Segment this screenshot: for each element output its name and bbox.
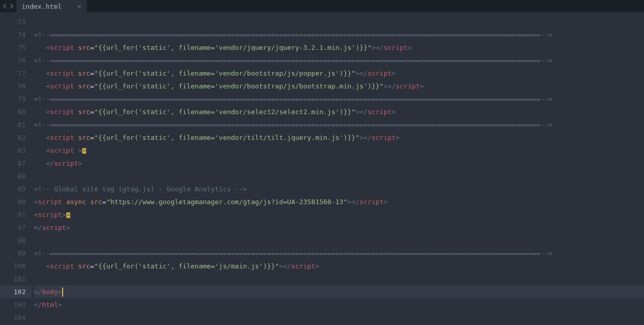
line-number: 83	[0, 144, 26, 157]
code-line[interactable]: <script src="{{url_for('static', filenam…	[34, 260, 644, 273]
line-number: 74	[0, 28, 26, 41]
line-number: 91	[0, 208, 26, 221]
code-line[interactable]: <script src="{{url_for('static', filenam…	[34, 67, 644, 80]
gutter: 7374757677787980818283878889909197989910…	[0, 12, 32, 325]
line-number: 98	[0, 234, 26, 247]
line-number: 81	[0, 118, 26, 131]
fold-marker-icon[interactable]: ⋯	[82, 148, 86, 154]
code-line[interactable]: <script src="{{url_for('static', filenam…	[34, 41, 644, 54]
line-number: 73	[0, 15, 26, 28]
line-number: 79	[0, 93, 26, 105]
line-number: 90	[0, 195, 26, 208]
code-line[interactable]: <script src="{{url_for('static', filenam…	[34, 80, 644, 93]
code-line[interactable]	[34, 273, 644, 285]
code-area[interactable]: <!--====================================…	[32, 12, 644, 325]
code-line[interactable]: <!-- Global site tag (gtag.js) - Google …	[34, 183, 644, 195]
line-number: 87	[0, 157, 26, 170]
code-line[interactable]: </script>	[34, 221, 644, 234]
line-number: 89	[0, 183, 26, 195]
code-line[interactable]: </script>	[34, 157, 644, 170]
line-number: 88	[0, 170, 26, 183]
code-line[interactable]: <!--====================================…	[34, 93, 644, 105]
line-number: 78	[0, 80, 26, 93]
nav-arrows	[0, 0, 16, 12]
code-line[interactable]: <script>⋯	[34, 208, 644, 221]
cursor	[62, 287, 63, 297]
code-line[interactable]: <!--====================================…	[34, 28, 644, 41]
line-number: 97	[0, 221, 26, 234]
code-line[interactable]: <!--====================================…	[34, 54, 644, 67]
line-number: 102	[0, 285, 32, 298]
line-number: 104	[0, 311, 26, 324]
line-number: 75	[0, 41, 26, 54]
line-number: 80	[0, 105, 26, 118]
code-line[interactable]: <!--====================================…	[34, 118, 644, 131]
tab-filename: index.html	[22, 3, 62, 10]
editor[interactable]: 7374757677787980818283878889909197989910…	[0, 12, 644, 325]
code-line[interactable]: </html>	[34, 298, 644, 311]
line-number: 100	[0, 260, 26, 273]
line-number: 101	[0, 273, 26, 285]
line-number: 76	[0, 54, 26, 67]
code-line[interactable]: <script src="{{url_for('static', filenam…	[34, 105, 644, 118]
line-number: 103	[0, 298, 26, 311]
fold-marker-icon[interactable]: ⋯	[66, 212, 70, 218]
code-line[interactable]: <script >⋯	[34, 144, 644, 157]
code-line[interactable]	[34, 15, 644, 28]
code-line[interactable]	[34, 234, 644, 247]
tab-close-icon[interactable]: ×	[77, 2, 81, 10]
code-line[interactable]: <script async src="https://www.googletag…	[34, 195, 644, 208]
code-line[interactable]	[34, 311, 644, 324]
line-number: 99	[0, 247, 26, 260]
line-number: 77	[0, 67, 26, 80]
code-line[interactable]	[34, 170, 644, 183]
nav-back-icon[interactable]	[2, 0, 8, 12]
code-line[interactable]: <!--====================================…	[34, 247, 644, 260]
tab-bar: index.html ×	[0, 0, 644, 12]
code-line[interactable]: </body>	[34, 285, 644, 298]
tab-active[interactable]: index.html ×	[16, 0, 87, 12]
nav-forward-icon[interactable]	[8, 0, 14, 12]
code-line[interactable]: <script src="{{url_for('static', filenam…	[34, 131, 644, 144]
line-number: 82	[0, 131, 26, 144]
